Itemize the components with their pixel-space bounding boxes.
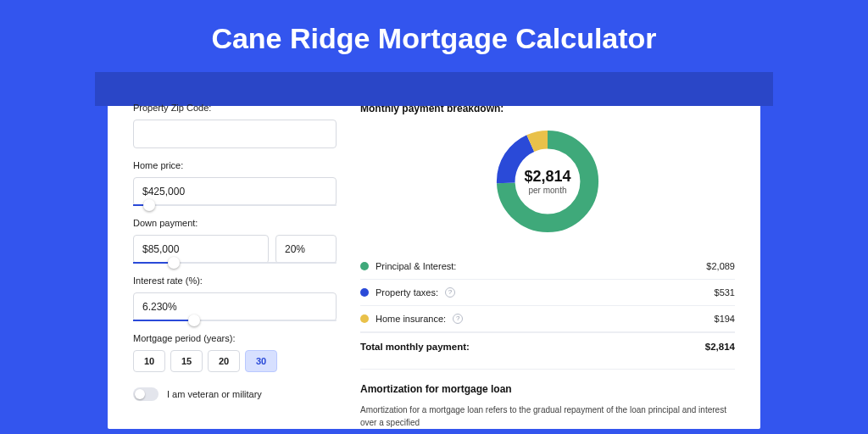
legend-value-taxes: $531 (715, 287, 735, 298)
home-price-slider-thumb[interactable] (143, 199, 155, 211)
legend-value-insurance: $194 (715, 314, 735, 324)
down-payment-slider[interactable] (133, 262, 337, 264)
donut-amount: $2,814 (524, 168, 570, 186)
legend-label-taxes: Property taxes: (376, 287, 438, 298)
legend-total-row: Total monthly payment: $2,814 (360, 332, 735, 364)
zip-label: Property Zip Code: (133, 103, 337, 113)
down-payment-pct-input[interactable] (275, 235, 337, 264)
field-zip: Property Zip Code: (133, 103, 337, 148)
legend-label-principal: Principal & Interest: (376, 261, 456, 271)
dot-yellow-icon (360, 314, 369, 323)
interest-rate-slider[interactable] (133, 320, 337, 321)
veteran-row: I am veteran or military (133, 387, 337, 401)
legend-row-taxes: Property taxes: ? $531 (360, 280, 735, 306)
period-option-10[interactable]: 10 (133, 350, 165, 372)
period-option-15[interactable]: 15 (170, 350, 203, 372)
home-price-slider[interactable] (133, 204, 337, 206)
veteran-toggle-knob (135, 389, 145, 399)
down-payment-input[interactable] (133, 235, 269, 264)
dot-blue-icon (360, 288, 369, 297)
legend-total-label: Total monthly payment: (360, 342, 470, 352)
field-mortgage-period: Mortgage period (years): 10 15 20 30 (133, 333, 337, 372)
home-price-label: Home price: (133, 160, 337, 170)
legend-row-principal: Principal & Interest: $2,089 (360, 253, 735, 280)
donut-sublabel: per month (528, 186, 566, 195)
down-payment-slider-thumb[interactable] (168, 257, 180, 269)
banner-strip (95, 72, 773, 106)
home-price-input[interactable] (133, 177, 337, 206)
interest-rate-slider-fill (133, 320, 194, 321)
interest-rate-label: Interest rate (%): (133, 275, 337, 286)
field-interest-rate: Interest rate (%): (133, 275, 337, 321)
interest-rate-input[interactable] (133, 292, 337, 321)
legend-label-insurance: Home insurance: (376, 314, 446, 324)
donut-wrap: $2,814 per month (360, 126, 735, 236)
amortization-text: Amortization for a mortgage loan refers … (360, 403, 735, 429)
dot-green-icon (360, 262, 369, 270)
legend: Principal & Interest: $2,089 Property ta… (360, 253, 735, 364)
period-option-20[interactable]: 20 (208, 350, 240, 372)
info-icon[interactable]: ? (445, 287, 455, 298)
period-button-row: 10 15 20 30 (133, 350, 337, 372)
veteran-toggle[interactable] (133, 387, 159, 401)
legend-row-insurance: Home insurance: ? $194 (360, 306, 735, 332)
amortization-title: Amortization for mortgage loan (360, 383, 735, 395)
breakdown-panel: Monthly payment breakdown: $2,814 per mo… (360, 103, 735, 429)
form-panel: Property Zip Code: Home price: Down paym… (133, 103, 337, 429)
donut-chart: $2,814 per month (492, 126, 603, 236)
page-title: Cane Ridge Mortgage Calculator (0, 0, 868, 72)
interest-rate-slider-thumb[interactable] (188, 314, 200, 326)
calculator-card: Property Zip Code: Home price: Down paym… (108, 81, 760, 429)
veteran-label: I am veteran or military (167, 389, 262, 399)
down-payment-label: Down payment: (133, 218, 337, 228)
info-icon[interactable]: ? (453, 314, 463, 324)
period-option-30[interactable]: 30 (245, 350, 277, 372)
field-down-payment: Down payment: (133, 218, 337, 264)
legend-value-principal: $2,089 (706, 261, 735, 271)
field-home-price: Home price: (133, 160, 337, 206)
mortgage-period-label: Mortgage period (years): (133, 333, 337, 343)
zip-input[interactable] (133, 120, 337, 148)
legend-total-value: $2,814 (705, 342, 735, 352)
divider (360, 369, 735, 370)
